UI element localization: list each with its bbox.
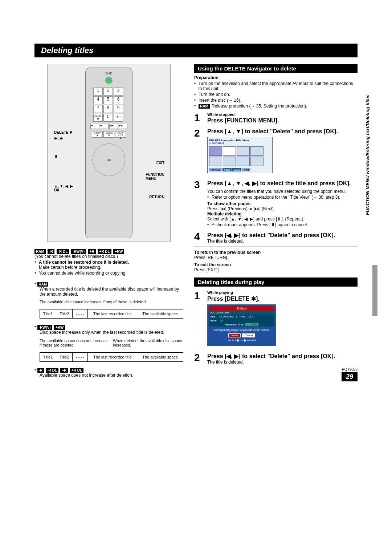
play-step-1: 1: [194, 290, 204, 348]
page-title: Deleting titles: [34, 44, 358, 57]
remote-body: DVD 123 456 789 DELETE✱0-/-- ⏮⏭◀◀▶▶ STOP…: [85, 68, 132, 238]
label-dvd: DVD: [105, 72, 112, 75]
step-number-4: 4: [194, 231, 204, 244]
bullet-no-restore: A title cannot be restored once it is de…: [39, 260, 129, 265]
table-cell: Title2: [56, 352, 73, 361]
label-funcmenu: FUNCTION MENU: [146, 173, 164, 181]
step3-h2: Multiple deleting: [207, 211, 358, 216]
step1-title: Press [FUNCTION MENU].: [207, 117, 358, 124]
ram-note: When a recorded title is deleted the ava…: [40, 287, 183, 297]
prep-b3: Insert the disc (→ 16).: [199, 98, 241, 103]
playstep2-title: Press [◀, ▶] to select "Delete" and pres…: [207, 353, 358, 360]
step3-h2b: Select with [▲, ▼, ◀, ▶] and press [⏸]. …: [207, 216, 358, 222]
disc-badges-row: RAM -R -R DL -RW(V) +R +R DL +RW: [34, 248, 183, 254]
return-body: Press [RETURN].: [194, 255, 358, 260]
step-number-3: 3: [194, 179, 204, 227]
disc-space-table-1: Title1 Title2 - - - - The last recorded …: [40, 309, 183, 319]
right-column: Using the DELETE Navigator to delete Pre…: [194, 64, 358, 378]
badge: +R: [60, 368, 68, 373]
box-caption-left: The available space does not increase if…: [40, 339, 110, 347]
label-pause: ⏸: [54, 154, 58, 158]
section-delete-nav: Using the DELETE Navigator to delete: [194, 64, 358, 73]
step3-h1: To show other pages: [207, 201, 358, 206]
table-cell: The last recorded title: [88, 309, 137, 319]
badge: -R DL: [46, 368, 58, 373]
prep-b2: Turn the unit on.: [199, 92, 230, 97]
rqt-code: RQT9053: [342, 368, 358, 372]
return-title: To return to the previous screen: [194, 250, 358, 255]
disc-space-table-2: Title1 Title2 - - - - The last recorded …: [40, 352, 183, 362]
step4-note: The title is deleted.: [207, 239, 358, 244]
playstep1-sub: While playing: [207, 290, 358, 295]
exit-body: Press [EXIT].: [194, 267, 358, 272]
delete-nav-screenshot: DELETE Navigator Title View ⊙ DVD-RAM: [207, 137, 273, 173]
section-delete-play: Deleting titles during play: [194, 278, 358, 287]
badge: +R: [88, 249, 96, 254]
label-skip: ⏮, ⏭: [54, 136, 64, 140]
prep-heading: Preparation: [194, 75, 358, 80]
table-cell: The available space: [137, 309, 183, 319]
label-return: RETURN: [149, 195, 164, 199]
rdl-note: Available space does not increase after …: [40, 373, 183, 378]
badge: +RW: [113, 249, 124, 254]
side-index-bar: [372, 265, 377, 316]
delete-dialog-screenshot: Delete DOCUMENTARY Date 5.7.2008 SAT | T…: [207, 304, 276, 346]
step2-title: Press [▲, ▼] to select "Delete" and pres…: [207, 128, 358, 135]
page-footer: RQT9053 29: [342, 368, 358, 381]
step3-note2: Refer to option menu operations for the …: [212, 195, 340, 200]
table-cell: Title2: [56, 309, 73, 319]
step3-title: Press [▲, ▼, ◀, ▶] to select the title a…: [207, 180, 358, 187]
step-number-2: 2: [194, 127, 204, 175]
rw-note: Disc space increases only when the last …: [40, 330, 183, 335]
badge: -RW(V): [37, 325, 52, 330]
bullet-no-delete-rec: You cannot delete while recording or cop…: [39, 271, 127, 276]
playstep1-title: Press [DELETE ✱].: [207, 295, 358, 302]
badge: -R DL: [57, 249, 69, 254]
playstep2-note: The title is deleted.: [207, 360, 358, 365]
badge: -R: [37, 368, 44, 373]
step3-h2c: A check mark appears. Press [⏸] again to…: [212, 222, 308, 227]
page-number: 29: [342, 372, 358, 381]
prep-b1: Turn on the television and select the ap…: [198, 81, 358, 91]
badge-ram: RAM: [37, 282, 49, 287]
label-arrows: ▲, ▼, ◀, ▶ OK: [54, 184, 73, 192]
badge: +R DL: [98, 249, 111, 254]
badge: RAM: [34, 249, 46, 254]
label-delete: DELETE ✱: [54, 130, 72, 134]
badge: -R: [48, 249, 54, 254]
badge: +R DL: [70, 368, 83, 373]
play-step-2: 2: [194, 352, 204, 365]
label-exit: EXIT: [156, 161, 164, 165]
step-number-1: 1: [194, 112, 204, 124]
prep-b4: Release protection (→ 35, Setting the pr…: [211, 104, 307, 109]
remote-figure: DELETE ✱ ⏮, ⏭ ⏸ ▲, ▼, ◀, ▶ OK EXIT FUNCT…: [47, 64, 171, 242]
note-finalised: (You cannot delete titles on finalised d…: [34, 254, 183, 259]
badge-ram-prep: RAM: [199, 104, 210, 109]
table-cell: Title1: [40, 352, 56, 361]
badge: +RW: [54, 325, 65, 330]
table-cell: Title1: [40, 309, 56, 319]
table-cell: - - - -: [73, 352, 88, 361]
side-tab: FUNCTION MENU window/Entering text/Delet…: [365, 94, 370, 215]
table-caption-1: The available disc space increases if an…: [40, 300, 183, 304]
dpad: OK: [93, 143, 125, 176]
table-cell: The last recorded title: [88, 352, 137, 361]
power-icon: [105, 77, 113, 84]
bullet-no-restore-b: Make certain before proceeding.: [39, 265, 101, 270]
step4-title: Press [◀, ▶] to select "Delete" and pres…: [207, 232, 358, 239]
exit-title: To exit the screen: [194, 262, 358, 267]
box-caption-right: When deleted, the available disc space i…: [113, 339, 183, 347]
step3-h1b: Press [⏮] (Previous) or [⏭] (Next).: [207, 206, 358, 211]
table-cell: - - - -: [73, 309, 88, 319]
left-column: DELETE ✱ ⏮, ⏭ ⏸ ▲, ▼, ◀, ▶ OK EXIT FUNCT…: [34, 64, 183, 378]
keypad: 123 456 789 DELETE✱0-/--: [93, 88, 124, 122]
badge: -RW(V): [71, 249, 86, 254]
step3-note1: You can confirm the titles that you have…: [207, 189, 358, 194]
step1-sub: While stopped: [207, 112, 358, 117]
table-cell: The available space: [137, 352, 183, 361]
